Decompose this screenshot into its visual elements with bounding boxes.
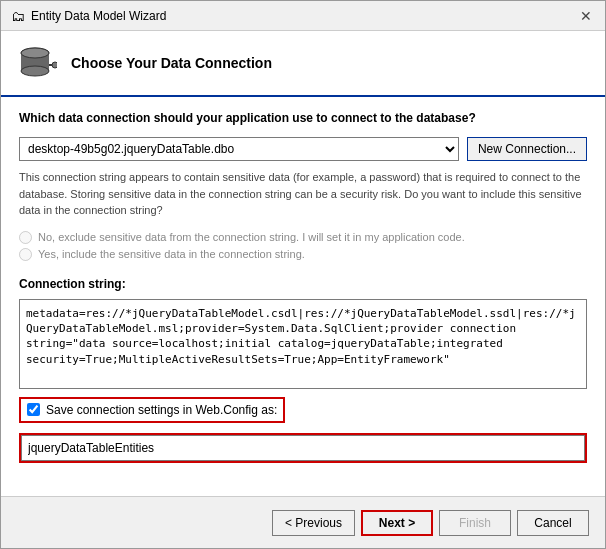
radio-group: No, exclude sensitive data from the conn… <box>19 231 587 261</box>
wizard-window: 🗂 Entity Data Model Wizard ✕ Choose Your… <box>0 0 606 549</box>
title-bar-title: Entity Data Model Wizard <box>31 9 166 23</box>
header-title: Choose Your Data Connection <box>71 55 272 71</box>
radio-item-no: No, exclude sensitive data from the conn… <box>19 231 587 244</box>
close-icon[interactable]: ✕ <box>577 7 595 25</box>
wizard-content: Which data connection should your applic… <box>1 97 605 496</box>
next-button[interactable]: Next > <box>361 510 433 536</box>
web-config-input[interactable] <box>21 435 585 461</box>
finish-button[interactable]: Finish <box>439 510 511 536</box>
save-connection-checkbox[interactable] <box>27 403 40 416</box>
previous-button[interactable]: < Previous <box>272 510 355 536</box>
radio-yes[interactable] <box>19 248 32 261</box>
save-connection-row: Save connection settings in Web.Config a… <box>19 397 285 423</box>
connection-dropdown[interactable]: desktop-49b5g02.jqueryDataTable.dbo <box>19 137 459 161</box>
connection-string-textarea[interactable]: metadata=res://*jQueryDataTableModel.csd… <box>19 299 587 389</box>
svg-point-4 <box>21 48 49 58</box>
save-connection-label: Save connection settings in Web.Config a… <box>46 403 277 417</box>
database-icon <box>17 43 57 83</box>
connection-dropdown-wrapper[interactable]: desktop-49b5g02.jqueryDataTable.dbo <box>19 137 459 161</box>
web-config-input-wrapper <box>19 433 587 463</box>
radio-no-label: No, exclude sensitive data from the conn… <box>38 231 465 243</box>
radio-item-yes: Yes, include the sensitive data in the c… <box>19 248 587 261</box>
connection-row: desktop-49b5g02.jqueryDataTable.dbo New … <box>19 137 587 161</box>
wizard-footer: < Previous Next > Finish Cancel <box>1 496 605 548</box>
radio-yes-label: Yes, include the sensitive data in the c… <box>38 248 305 260</box>
title-bar: 🗂 Entity Data Model Wizard ✕ <box>1 1 605 31</box>
wizard-header: Choose Your Data Connection <box>1 31 605 97</box>
new-connection-button[interactable]: New Connection... <box>467 137 587 161</box>
wizard-icon: 🗂 <box>11 8 25 24</box>
svg-point-2 <box>21 66 49 76</box>
svg-point-6 <box>52 62 57 68</box>
cancel-button[interactable]: Cancel <box>517 510 589 536</box>
title-bar-left: 🗂 Entity Data Model Wizard <box>11 8 166 24</box>
question-label: Which data connection should your applic… <box>19 111 587 125</box>
radio-no[interactable] <box>19 231 32 244</box>
description-text: This connection string appears to contai… <box>19 169 587 219</box>
connection-string-label: Connection string: <box>19 277 587 291</box>
